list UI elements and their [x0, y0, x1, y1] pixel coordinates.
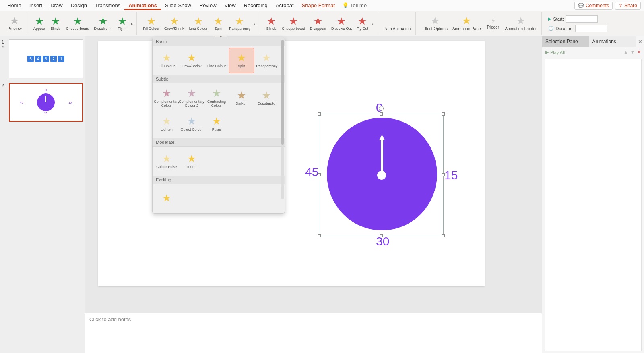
trigger-button[interactable]: Trigger — [483, 17, 503, 30]
tab-view[interactable]: View — [221, 1, 240, 10]
resize-handle-rm[interactable] — [442, 173, 445, 176]
star-icon — [237, 91, 246, 100]
emph-spin[interactable]: Spin — [229, 48, 254, 73]
bolt-icon — [490, 18, 496, 24]
emph-pulse[interactable]: Pulse — [204, 111, 229, 137]
count-box: 5 — [27, 56, 34, 62]
emph-fill-colour[interactable]: Fill Colour — [154, 48, 179, 73]
duration-input[interactable] — [575, 25, 607, 32]
start-input[interactable] — [566, 15, 598, 23]
resize-handle-tr[interactable] — [442, 112, 445, 116]
effect-options-button[interactable]: Effect Options — [420, 15, 450, 32]
ribbon-group-exit: Blinds Chequerboard Disappear Dissolve O… — [261, 12, 377, 35]
resize-handle-br[interactable] — [442, 234, 445, 237]
workspace: 1 ⋆ 5 4 3 2 1 2 0 15 30 45 — [0, 36, 644, 353]
preview-button[interactable]: Preview — [5, 15, 24, 32]
tab-acrobat[interactable]: Acrobat — [272, 1, 298, 10]
play-all-button[interactable]: ▶ Play All — [545, 50, 565, 55]
star-icon — [212, 89, 221, 98]
emph-darken[interactable]: Darken — [229, 85, 254, 111]
emphasis-spin[interactable]: Spin — [210, 16, 226, 32]
star-icon — [98, 17, 108, 26]
tab-insert[interactable]: Insert — [25, 1, 47, 10]
move-down-icon[interactable]: ▼ — [630, 50, 635, 55]
ribbon-group-timing: ▶ Start: 🕐 Duration: — [543, 12, 612, 35]
entrance-dissolve-in[interactable]: Dissolve In — [92, 16, 114, 32]
category-subtle: Subtle — [153, 75, 285, 83]
emph-object-colour[interactable]: Object Colour — [179, 111, 204, 137]
move-up-icon[interactable]: ▲ — [623, 50, 628, 55]
resize-handle-bm[interactable] — [380, 234, 383, 237]
rotation-handle[interactable] — [379, 106, 384, 111]
emph-exciting-item[interactable] — [154, 186, 179, 212]
entrance-fly-in[interactable]: Fly In — [114, 16, 130, 32]
slide-thumbnail-1[interactable]: 5 4 3 2 1 — [9, 39, 83, 78]
emph-contrasting-colour[interactable]: Contrasting Colour — [204, 85, 229, 111]
tab-draw[interactable]: Draw — [46, 1, 66, 10]
emphasis-line-colour[interactable]: Line Colour — [187, 16, 210, 32]
star-icon — [73, 17, 83, 26]
mini-label-top: 0 — [45, 89, 47, 91]
entrance-chequerboard[interactable]: Chequerboard — [64, 16, 92, 32]
tab-shape-format[interactable]: Shape Format — [298, 1, 339, 10]
entrance-more-chevron-icon[interactable]: ▸ — [130, 22, 134, 26]
emph-colour-pulse[interactable]: Colour Pulse — [154, 148, 179, 174]
tab-slide-show[interactable]: Slide Show — [161, 1, 195, 10]
tab-animations[interactable]: Animations — [124, 1, 161, 10]
entrance-blinds[interactable]: Blinds — [47, 16, 64, 32]
resize-handle-lm[interactable] — [318, 173, 321, 176]
emphasis-transparency[interactable]: Transparency — [226, 16, 253, 32]
emph-grow-shrink[interactable]: Grow/Shrink — [179, 48, 204, 73]
scrollbar-thumb[interactable] — [281, 40, 284, 145]
selection-box[interactable] — [319, 114, 444, 236]
mini-timer-icon — [37, 93, 55, 111]
exit-chequerboard[interactable]: Chequerboard — [279, 16, 308, 32]
emph-complementary-colour[interactable]: Complementary Colour — [154, 85, 179, 111]
animation-list[interactable] — [545, 59, 642, 351]
exit-dissolve-out[interactable]: Dissolve Out — [329, 16, 354, 32]
exit-more-chevron-icon[interactable]: ▸ — [371, 22, 374, 26]
tab-home[interactable]: Home — [3, 1, 25, 10]
tab-design[interactable]: Design — [67, 1, 91, 10]
emph-teeter[interactable]: Teeter — [179, 148, 204, 174]
animation-painter-button[interactable]: Animation Painter — [503, 15, 539, 32]
pane-close-button[interactable]: ✕ — [636, 36, 644, 47]
tab-transitions[interactable]: Transitions — [91, 1, 124, 10]
path-animation-button[interactable]: Path Animation — [381, 15, 413, 32]
pane-tab-selection[interactable]: Selection Pane — [542, 36, 589, 47]
resize-handle-tl[interactable] — [318, 112, 321, 116]
exit-disappear[interactable]: Disappear — [308, 16, 329, 32]
emph-desaturate[interactable]: Desaturate — [254, 85, 279, 111]
play-all-label: Play All — [550, 50, 565, 55]
pane-tab-animations[interactable]: Animations — [589, 36, 636, 47]
resize-handle-bl[interactable] — [318, 234, 321, 237]
emph-complementary-colour-2[interactable]: Complementary Colour 2 — [179, 85, 204, 111]
emphasis-grow-shrink[interactable]: Grow/Shrink — [162, 16, 187, 32]
delete-icon[interactable]: ✕ — [637, 50, 641, 55]
comments-button[interactable]: 💬 Comments — [574, 2, 613, 10]
animation-pane-button[interactable]: Animation Pane — [450, 15, 483, 32]
right-pane: Selection Pane Animations ✕ ▶ Play All ▲… — [542, 36, 644, 353]
resize-handle-tm[interactable] — [380, 112, 383, 116]
emph-lighten[interactable]: Lighten — [154, 111, 179, 137]
exit-fly-out[interactable]: Fly Out — [354, 16, 371, 32]
start-label: Start: — [553, 17, 564, 21]
star-icon — [237, 53, 246, 63]
path-icon — [392, 16, 402, 26]
count-box: 1 — [58, 56, 64, 62]
emphasis-more-chevron-icon[interactable]: ▸ — [253, 22, 256, 26]
notes-pane[interactable]: Click to add notes — [85, 313, 542, 353]
emph-transparency[interactable]: Transparency — [254, 48, 279, 73]
tell-me[interactable]: 💡 Tell me — [342, 2, 367, 8]
exit-blinds[interactable]: Blinds — [263, 16, 279, 32]
star-gear-icon — [430, 16, 440, 26]
tab-recording[interactable]: Recording — [240, 1, 272, 10]
share-button[interactable]: ⇪ Share — [615, 2, 641, 10]
dropdown-scrollbar[interactable] — [281, 40, 284, 199]
emphasis-fill-colour[interactable]: Fill Colour — [141, 16, 162, 32]
slide-thumbnail-2[interactable]: 0 15 30 45 — [9, 83, 83, 122]
canvas-area[interactable]: 0 15 30 45 Basic — [85, 36, 542, 313]
entrance-appear[interactable]: Appear — [31, 16, 47, 32]
tab-review[interactable]: Review — [195, 1, 221, 10]
emph-line-colour[interactable]: Line Colour — [204, 48, 229, 73]
